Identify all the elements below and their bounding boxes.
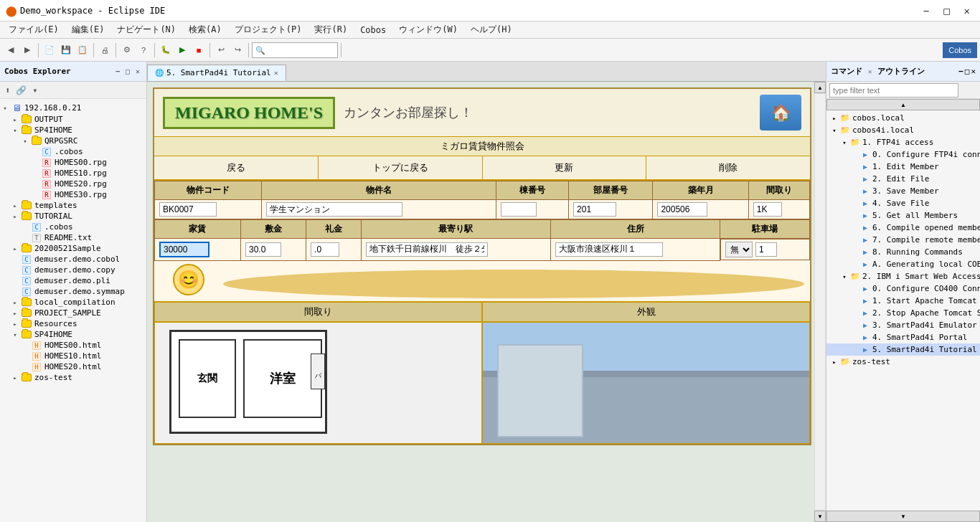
nav-top[interactable]: トップに戻る bbox=[319, 156, 483, 179]
tb-stop[interactable]: ■ bbox=[191, 42, 207, 58]
tb-print[interactable]: 🖨 bbox=[97, 42, 113, 58]
left-tree-item-qrpgsrc[interactable]: ▾QRPGSRC bbox=[0, 136, 146, 146]
tb-new[interactable]: 📄 bbox=[42, 42, 57, 58]
link-editor-icon[interactable]: 🔗 bbox=[14, 85, 29, 96]
right-tree-item-save_member[interactable]: ▶3. Save Member bbox=[826, 185, 980, 197]
right-tree-item-config_co400[interactable]: ▶0. Configure CO400 Connecti bbox=[826, 283, 980, 295]
tb-help[interactable]: ? bbox=[136, 42, 151, 58]
menu-item-p[interactable]: プロジェクト(P) bbox=[229, 22, 308, 37]
right-tree-item-running_commands[interactable]: ▶8. Running Commands bbox=[826, 246, 980, 258]
left-tree-item-sample20200521[interactable]: ▸20200521Sample bbox=[0, 243, 146, 254]
tb-settings[interactable]: ⚙ bbox=[119, 42, 135, 58]
left-tree-item-sp4ihome2[interactable]: ▾SP4IHOME bbox=[0, 329, 146, 340]
menu-item-e[interactable]: 編集(E) bbox=[66, 22, 110, 37]
cobos-perspective[interactable]: Cobos bbox=[943, 42, 977, 58]
nav-delete[interactable]: 削除 bbox=[646, 156, 810, 179]
menu-item-n[interactable]: ナビゲート(N) bbox=[111, 22, 182, 37]
left-tree-item-server[interactable]: ▾🖥192.168.0.21 bbox=[0, 102, 146, 114]
right-panel-maximize[interactable]: □ bbox=[965, 67, 970, 76]
right-panel-close[interactable]: ✕ bbox=[971, 67, 976, 76]
left-panel-close[interactable]: ✕ bbox=[133, 67, 142, 76]
right-tree-item-ftp4i_access[interactable]: ▾📁1. FTP4i access bbox=[826, 136, 980, 148]
input-station[interactable] bbox=[366, 242, 488, 257]
left-panel-maximize[interactable]: □ bbox=[123, 67, 132, 76]
right-panel-minimize[interactable]: − bbox=[958, 67, 963, 76]
tb-back[interactable]: ↩ bbox=[213, 42, 229, 58]
left-tree-item-local_compilation[interactable]: ▸local_compilation bbox=[0, 297, 146, 308]
tb-forward[interactable]: ↪ bbox=[230, 42, 245, 58]
right-tree-item-smartpad_portal[interactable]: ▶4. SmartPad4i Portal bbox=[826, 331, 980, 343]
right-tree-item-ibmi_smart_web[interactable]: ▾📁2. IBM i Smart Web Access bbox=[826, 270, 980, 283]
menu-item-w[interactable]: ウィンドウ(W) bbox=[393, 22, 463, 37]
left-tree-item-homes10rpg[interactable]: RHOMES10.rpg bbox=[0, 168, 146, 179]
left-tree-item-templates[interactable]: ▸templates bbox=[0, 200, 146, 211]
input-parking-count[interactable] bbox=[755, 242, 777, 257]
left-tree-item-homes00html[interactable]: HHOMES00.html bbox=[0, 340, 146, 351]
right-tree-item-start_apache1[interactable]: ▶1. Start Apache Tomcat Stand bbox=[826, 295, 980, 307]
input-bk-code[interactable] bbox=[159, 202, 217, 217]
menu-item-a[interactable]: 検索(A) bbox=[183, 22, 227, 37]
left-tree-item-zostest[interactable]: ▸zos-test bbox=[0, 372, 146, 383]
tb-debug[interactable]: 🐛 bbox=[158, 42, 174, 58]
scroll-up-btn[interactable]: ▲ bbox=[814, 82, 826, 93]
right-tree-item-configure_ftp[interactable]: ▶0. Configure FTP4i connection bbox=[826, 148, 980, 161]
left-panel-header-controls[interactable]: − □ ✕ bbox=[113, 67, 142, 76]
maximize-button[interactable]: □ bbox=[939, 4, 953, 18]
right-tree-item-get_all_members[interactable]: ▶5. Get all Members bbox=[826, 209, 980, 222]
right-tree-item-cobos_local[interactable]: ▸📁cobos.local bbox=[826, 112, 980, 124]
left-tree-item-project_sample[interactable]: ▸PROJECT_SAMPLE bbox=[0, 308, 146, 318]
right-scroll-up[interactable]: ▲ bbox=[826, 99, 980, 110]
left-tree-item-cobos2[interactable]: C.cobos bbox=[0, 222, 146, 232]
tab-close-icon[interactable]: ✕ bbox=[274, 69, 278, 77]
titlebar-controls[interactable]: − □ ✕ bbox=[919, 4, 974, 18]
input-room[interactable] bbox=[573, 202, 616, 217]
right-tree-item-compile_opened[interactable]: ▶6. Compile opened member bbox=[826, 222, 980, 234]
left-tree-item-homes30rpg[interactable]: RHOMES30.rpg bbox=[0, 189, 146, 200]
scroll-down-btn[interactable]: ▼ bbox=[814, 511, 826, 522]
left-tree-item-homes20html[interactable]: HHOMES20.html bbox=[0, 361, 146, 372]
tb-run[interactable]: ▶ bbox=[174, 42, 190, 58]
left-tree-item-homes10html[interactable]: HHOMES10.html bbox=[0, 351, 146, 361]
menu-item-e[interactable]: ファイル(E) bbox=[3, 22, 65, 37]
left-tree-item-tutorial[interactable]: ▸TUTORIAL bbox=[0, 211, 146, 222]
tab-smartpad-tutorial[interactable]: 🌐 5. SmartPad4i Tutorial ✕ bbox=[147, 65, 286, 81]
right-panel-controls[interactable]: − □ ✕ bbox=[958, 67, 976, 76]
type-filter-input[interactable] bbox=[829, 83, 958, 98]
input-built-date[interactable] bbox=[657, 202, 707, 217]
tb-save-all[interactable]: 📋 bbox=[75, 42, 90, 58]
left-tree-item-readme[interactable]: TREADME.txt bbox=[0, 232, 146, 243]
left-tree-item-homes20rpg[interactable]: RHOMES20.rpg bbox=[0, 179, 146, 189]
left-tree-item-demuser_cobol[interactable]: Cdemuser.demo.cobol bbox=[0, 254, 146, 265]
right-tree-item-cobos4i_local[interactable]: ▾📁cobos4i.local bbox=[826, 124, 980, 136]
left-tree-item-output[interactable]: ▸OUTPUT bbox=[0, 114, 146, 125]
right-tree-item-zos_test[interactable]: ▸📁zos-test bbox=[826, 356, 980, 368]
input-building[interactable] bbox=[501, 202, 537, 217]
input-deposit[interactable] bbox=[245, 242, 281, 257]
right-tree-item-stop_apache[interactable]: ▶2. Stop Apache Tomcat Stand bbox=[826, 307, 980, 319]
left-tree-item-demuser_pli[interactable]: Cdemuser.demo.pli bbox=[0, 275, 146, 286]
right-tree-item-compile_remote[interactable]: ▶7. Compile remote member bbox=[826, 234, 980, 246]
left-panel-minimize[interactable]: − bbox=[113, 67, 122, 76]
right-tree-item-edit_file[interactable]: ▶2. Edit File bbox=[826, 173, 980, 185]
close-button[interactable]: ✕ bbox=[960, 4, 974, 18]
menu-item-h[interactable]: ヘルプ(H) bbox=[465, 22, 518, 37]
minimize-button[interactable]: − bbox=[919, 4, 933, 18]
input-floor-plan[interactable] bbox=[753, 202, 782, 217]
left-tree-item-homes00rpg[interactable]: RHOMES00.rpg bbox=[0, 157, 146, 168]
menu-item-cobos[interactable]: Cobos bbox=[354, 24, 392, 37]
tb-btn-2[interactable]: ▶ bbox=[19, 42, 35, 58]
toolbar-search-input[interactable] bbox=[252, 42, 338, 58]
collapse-all-icon[interactable]: ⬆ bbox=[3, 85, 12, 96]
tb-btn-1[interactable]: ◀ bbox=[3, 42, 19, 58]
input-name[interactable] bbox=[266, 202, 402, 217]
left-tree-item-sp4ihome[interactable]: ▾SP4IHOME bbox=[0, 125, 146, 136]
right-tree-item-generating_cobol[interactable]: ▶A. Generating local COBOL C bbox=[826, 258, 980, 270]
left-tree-item-cobos[interactable]: C.cobos bbox=[0, 146, 146, 157]
nav-update[interactable]: 更新 bbox=[483, 156, 647, 179]
left-panel-menu-icon[interactable]: ▾ bbox=[30, 85, 39, 96]
left-tree-item-resources[interactable]: ▸Resources bbox=[0, 318, 146, 329]
right-tree-item-smartpad_tutorial[interactable]: ▶5. SmartPad4i Tutorial bbox=[826, 343, 980, 356]
left-tree-item-demuser_copy[interactable]: Cdemuser.demo.copy bbox=[0, 265, 146, 275]
right-scroll-down[interactable]: ▼ bbox=[826, 511, 980, 522]
input-address[interactable] bbox=[555, 242, 663, 257]
